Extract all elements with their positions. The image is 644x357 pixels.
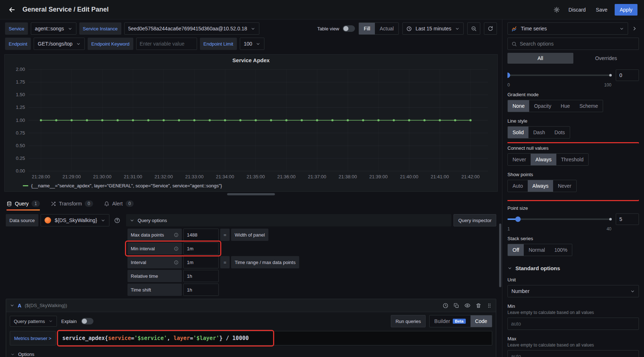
query-editor: Data source ${DS_SkyWalking} Query optio… bbox=[0, 211, 502, 357]
option-always[interactable]: Always bbox=[531, 154, 556, 165]
option-dash[interactable]: Dash bbox=[528, 127, 550, 138]
datasource-help-button[interactable] bbox=[112, 214, 122, 226]
chevron-down-icon bbox=[10, 303, 14, 308]
svg-text:21:29:00: 21:29:00 bbox=[62, 174, 81, 179]
option-100-[interactable]: 100% bbox=[550, 244, 572, 256]
drag-handle[interactable] bbox=[486, 301, 492, 310]
query-patterns-select[interactable]: Query patterns bbox=[10, 316, 57, 327]
datasource-label: Data source bbox=[6, 214, 38, 226]
option-solid[interactable]: Solid bbox=[508, 127, 528, 138]
option-none[interactable]: None bbox=[508, 100, 529, 112]
discard-button[interactable]: Discard bbox=[566, 4, 589, 16]
max-input[interactable] bbox=[507, 350, 639, 357]
point-size-label: Point size bbox=[507, 205, 639, 211]
tab-all[interactable]: All bbox=[507, 53, 573, 64]
svg-text:1.00: 1.00 bbox=[16, 118, 25, 123]
query-row-header[interactable]: A (${DS_SkyWalking}) bbox=[6, 299, 496, 312]
refresh-icon bbox=[488, 26, 493, 31]
collapse-options-pane-button[interactable] bbox=[630, 22, 639, 35]
save-button[interactable]: Save bbox=[593, 4, 610, 16]
svg-text:21:31:00: 21:31:00 bbox=[124, 174, 142, 179]
editor-scrollbar[interactable] bbox=[499, 224, 501, 287]
option-always[interactable]: Always bbox=[528, 180, 553, 192]
delete-query-button[interactable] bbox=[476, 301, 481, 310]
option-builder[interactable]: Builder Beta bbox=[430, 315, 470, 327]
fill-opacity-value[interactable]: 0 bbox=[616, 69, 639, 81]
panel-settings-button[interactable] bbox=[552, 4, 561, 16]
run-queries-button[interactable]: Run queries bbox=[391, 315, 426, 327]
metrics-browser-button[interactable]: Metrics browser > bbox=[10, 331, 56, 345]
option-code[interactable]: Code bbox=[471, 315, 492, 327]
option-actual[interactable]: Actual bbox=[375, 23, 398, 34]
query-history-button[interactable] bbox=[443, 301, 448, 310]
explain-toggle[interactable] bbox=[81, 318, 93, 324]
svg-text:1.75: 1.75 bbox=[16, 79, 25, 85]
tab-transform[interactable]: Transform 0 bbox=[51, 197, 93, 211]
point-size-slider[interactable] bbox=[507, 218, 611, 220]
max-label: Max bbox=[507, 336, 639, 341]
refresh-button[interactable] bbox=[484, 22, 497, 35]
unit-select[interactable]: Number bbox=[507, 285, 639, 297]
time-shift-label: Time shift bbox=[127, 284, 182, 296]
interval-input[interactable] bbox=[183, 256, 219, 268]
relative-time-input[interactable] bbox=[183, 270, 219, 282]
options-search-input[interactable] bbox=[520, 41, 635, 47]
point-size-value[interactable]: 5 bbox=[616, 213, 639, 225]
datasource-picker[interactable]: ${DS_SkyWalking} bbox=[41, 214, 109, 226]
point-size-field: Point size 5 1 40 bbox=[507, 205, 639, 231]
chart-legend[interactable]: {__name__="service_apdex", layer="GENERA… bbox=[8, 181, 494, 190]
service-instance-var-select[interactable]: 5eed0e5758a244aca6e7699415d360aa@10.52.0… bbox=[124, 22, 260, 35]
query-expression-input[interactable]: service_apdex{service='$service', layer=… bbox=[58, 331, 492, 345]
info-circle-icon bbox=[174, 260, 179, 265]
query-options-header[interactable]: Query options bbox=[126, 214, 451, 226]
endpoint-keyword-input[interactable] bbox=[136, 38, 197, 50]
chart-plot-area[interactable]: 2.001.751.501.251.000.750.500.250.0021:2… bbox=[8, 65, 494, 181]
duplicate-query-button[interactable] bbox=[453, 301, 459, 310]
hide-query-button[interactable] bbox=[464, 301, 471, 310]
gradient-mode-label: Gradient mode bbox=[507, 92, 639, 97]
query-row-a: A (${DS_SkyWalking}) bbox=[6, 299, 496, 357]
standard-options-section[interactable]: Standard options bbox=[507, 265, 639, 271]
editor-tabs: Query 1 Transform 0 Alert 0 bbox=[0, 197, 502, 211]
option-opacity[interactable]: Opacity bbox=[529, 100, 556, 112]
option-threshold[interactable]: Threshold bbox=[556, 154, 588, 165]
max-data-points-input[interactable] bbox=[183, 229, 219, 241]
top-bar: General Service / Edit Panel Discard Sav… bbox=[0, 0, 644, 20]
svg-text:0.50: 0.50 bbox=[16, 143, 25, 148]
tab-query[interactable]: Query 1 bbox=[7, 197, 40, 211]
option-hue[interactable]: Hue bbox=[556, 100, 575, 112]
stack-series-group: OffNormal100% bbox=[507, 244, 572, 256]
slider-handle[interactable] bbox=[515, 217, 520, 222]
editor-mode-toggle: Builder Beta Code bbox=[429, 315, 492, 327]
service-var-select[interactable]: agent::songs bbox=[31, 22, 76, 35]
time-range-picker[interactable]: Last 15 minutes bbox=[402, 22, 464, 35]
table-view-toggle[interactable] bbox=[343, 25, 355, 32]
fill-opacity-slider[interactable] bbox=[507, 75, 611, 76]
tab-alert[interactable]: Alert 0 bbox=[104, 197, 134, 211]
option-fill[interactable]: Fill bbox=[359, 23, 375, 34]
zoom-out-time-button[interactable] bbox=[467, 22, 480, 35]
svg-text:21:38:00: 21:38:00 bbox=[339, 174, 357, 179]
min-interval-input[interactable] bbox=[183, 242, 219, 255]
option-scheme[interactable]: Scheme bbox=[575, 100, 603, 112]
option-off[interactable]: Off bbox=[508, 244, 524, 256]
endpoint-limit-select[interactable]: 100 bbox=[240, 38, 264, 50]
chevron-down-icon bbox=[76, 42, 81, 46]
visualization-picker[interactable]: Time series bbox=[507, 22, 628, 35]
min-input[interactable] bbox=[507, 318, 639, 330]
option-auto[interactable]: Auto bbox=[508, 180, 528, 192]
query-inspector-button[interactable]: Query inspector bbox=[453, 214, 496, 226]
endpoint-var-select[interactable]: GET:/songs/top bbox=[34, 38, 85, 50]
tab-overrides[interactable]: Overrides bbox=[573, 53, 639, 64]
panel-resize-handle[interactable] bbox=[227, 193, 275, 195]
option-never[interactable]: Never bbox=[553, 180, 576, 192]
option-dots[interactable]: Dots bbox=[550, 127, 570, 138]
option-normal[interactable]: Normal bbox=[524, 244, 549, 256]
option-never[interactable]: Never bbox=[508, 154, 531, 165]
back-button[interactable] bbox=[7, 4, 17, 16]
apply-button[interactable]: Apply bbox=[615, 4, 637, 16]
query-options-collapse[interactable]: Options bbox=[6, 348, 496, 357]
standard-options-label: Standard options bbox=[515, 265, 560, 271]
slider-handle[interactable] bbox=[507, 73, 510, 78]
time-shift-input[interactable] bbox=[183, 284, 219, 296]
